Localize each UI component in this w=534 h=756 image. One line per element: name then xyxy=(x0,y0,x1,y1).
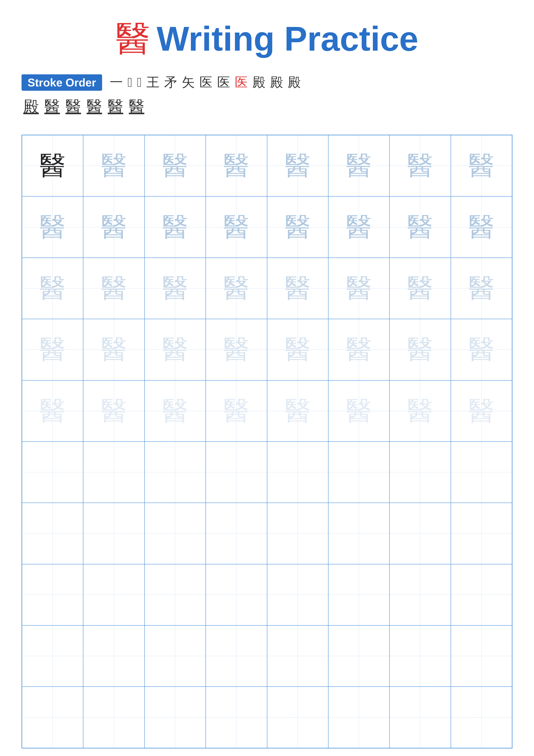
grid-cell[interactable]: 醫 xyxy=(328,135,390,196)
grid-cell[interactable] xyxy=(206,687,267,748)
grid-cell[interactable]: 醫 xyxy=(22,319,83,380)
grid-cell[interactable] xyxy=(390,687,451,748)
grid-cell[interactable]: 醫 xyxy=(451,196,512,257)
grid-cell[interactable] xyxy=(451,442,512,503)
grid-cell[interactable] xyxy=(206,442,267,503)
grid-row xyxy=(22,442,512,503)
grid-cell[interactable] xyxy=(451,503,512,564)
grid-cell[interactable]: 醫 xyxy=(267,258,328,319)
grid-cell[interactable] xyxy=(267,503,328,564)
grid-cell[interactable]: 醫 xyxy=(328,380,390,442)
grid-cell[interactable]: 醫 xyxy=(206,196,267,257)
stroke-step2-5: 醫 xyxy=(106,96,125,118)
grid-cell[interactable]: 醫 xyxy=(83,319,144,380)
grid-cell[interactable] xyxy=(206,564,267,625)
grid-cell[interactable]: 醫 xyxy=(144,196,206,257)
grid-row xyxy=(22,503,512,564)
grid-cell[interactable] xyxy=(390,442,451,503)
grid-cell[interactable] xyxy=(267,625,328,687)
grid-cell[interactable] xyxy=(22,503,83,564)
grid-cell[interactable]: 醫 xyxy=(83,135,144,196)
grid-cell[interactable]: 醫 xyxy=(22,196,83,257)
grid-cell[interactable] xyxy=(451,625,512,687)
grid-row xyxy=(22,687,512,748)
grid-row: 醫醫醫醫醫醫醫醫 xyxy=(22,135,512,196)
grid-row: 醫醫醫醫醫醫醫醫 xyxy=(22,196,512,257)
grid-cell[interactable] xyxy=(22,687,83,748)
grid-cell[interactable] xyxy=(83,503,144,564)
grid-cell[interactable] xyxy=(206,503,267,564)
grid-cell[interactable] xyxy=(144,564,206,625)
grid-cell[interactable]: 醫 xyxy=(144,380,206,442)
grid-cell[interactable]: 醫 xyxy=(267,196,328,257)
grid-cell[interactable]: 醫 xyxy=(390,135,451,196)
stroke-step-7: 医 xyxy=(198,73,214,92)
stroke-step-12: 殿 xyxy=(287,73,302,92)
grid-cell[interactable]: 醫 xyxy=(267,319,328,380)
grid-cell[interactable] xyxy=(328,625,390,687)
grid-cell[interactable] xyxy=(144,687,206,748)
grid-cell[interactable] xyxy=(206,625,267,687)
grid-cell[interactable]: 醫 xyxy=(390,319,451,380)
grid-cell[interactable]: 醫 xyxy=(22,135,83,196)
grid-cell[interactable]: 醫 xyxy=(144,258,206,319)
grid-cell[interactable] xyxy=(83,442,144,503)
grid-cell[interactable] xyxy=(144,503,206,564)
grid-row: 醫醫醫醫醫醫醫醫 xyxy=(22,380,512,442)
grid-cell[interactable]: 醫 xyxy=(328,319,390,380)
grid-cell[interactable]: 醫 xyxy=(390,258,451,319)
stroke-order-row2: 殿 醫 醫 醫 醫 醫 xyxy=(21,96,513,118)
grid-cell[interactable]: 醫 xyxy=(451,258,512,319)
grid-cell[interactable]: 醫 xyxy=(451,380,512,442)
writing-grid: 醫醫醫醫醫醫醫醫醫醫醫醫醫醫醫醫醫醫醫醫醫醫醫醫醫醫醫醫醫醫醫醫醫醫醫醫醫醫醫醫 xyxy=(21,135,513,748)
grid-cell[interactable] xyxy=(83,625,144,687)
grid-cell[interactable]: 醫 xyxy=(328,196,390,257)
grid-cell[interactable]: 醫 xyxy=(22,380,83,442)
stroke-step-3: 𠂇 xyxy=(136,74,143,90)
grid-cell[interactable] xyxy=(451,687,512,748)
grid-cell[interactable]: 醫 xyxy=(144,135,206,196)
grid-cell[interactable]: 醫 xyxy=(206,258,267,319)
grid-cell[interactable] xyxy=(451,564,512,625)
grid-cell[interactable]: 醫 xyxy=(206,135,267,196)
stroke-step-4: 王 xyxy=(145,73,161,92)
grid-cell[interactable]: 醫 xyxy=(328,258,390,319)
grid-cell[interactable] xyxy=(328,564,390,625)
grid-cell[interactable] xyxy=(22,564,83,625)
grid-cell[interactable]: 醫 xyxy=(267,380,328,442)
grid-cell[interactable]: 醫 xyxy=(144,319,206,380)
grid-cell[interactable] xyxy=(144,442,206,503)
grid-cell[interactable]: 醫 xyxy=(206,319,267,380)
grid-cell[interactable] xyxy=(390,564,451,625)
grid-cell[interactable]: 醫 xyxy=(390,196,451,257)
grid-row xyxy=(22,564,512,625)
grid-cell[interactable] xyxy=(390,503,451,564)
grid-cell[interactable] xyxy=(83,564,144,625)
grid-cell[interactable] xyxy=(390,625,451,687)
grid-cell[interactable] xyxy=(22,625,83,687)
grid-cell[interactable] xyxy=(328,687,390,748)
grid-cell[interactable] xyxy=(22,442,83,503)
stroke-step-6: 矢 xyxy=(181,73,196,92)
stroke-order-badge: Stroke Order xyxy=(21,74,102,91)
page: 醫 Writing Practice Stroke Order 一 𠂇 𠂇 王 … xyxy=(0,0,534,756)
stroke-step-9: 医 xyxy=(234,73,249,92)
stroke-step-2: 𠂇 xyxy=(126,74,134,90)
grid-cell[interactable]: 醫 xyxy=(451,135,512,196)
grid-cell[interactable]: 醫 xyxy=(267,135,328,196)
grid-cell[interactable] xyxy=(267,687,328,748)
grid-cell[interactable] xyxy=(267,564,328,625)
grid-cell[interactable]: 醫 xyxy=(206,380,267,442)
grid-cell[interactable]: 醫 xyxy=(451,319,512,380)
grid-cell[interactable]: 醫 xyxy=(83,196,144,257)
grid-cell[interactable]: 醫 xyxy=(83,380,144,442)
grid-cell[interactable] xyxy=(328,442,390,503)
grid-cell[interactable] xyxy=(144,625,206,687)
grid-row: 醫醫醫醫醫醫醫醫 xyxy=(22,258,512,319)
grid-cell[interactable] xyxy=(267,442,328,503)
grid-cell[interactable]: 醫 xyxy=(390,380,451,442)
grid-cell[interactable] xyxy=(328,503,390,564)
grid-cell[interactable]: 醫 xyxy=(22,258,83,319)
grid-cell[interactable] xyxy=(83,687,144,748)
grid-cell[interactable]: 醫 xyxy=(83,258,144,319)
